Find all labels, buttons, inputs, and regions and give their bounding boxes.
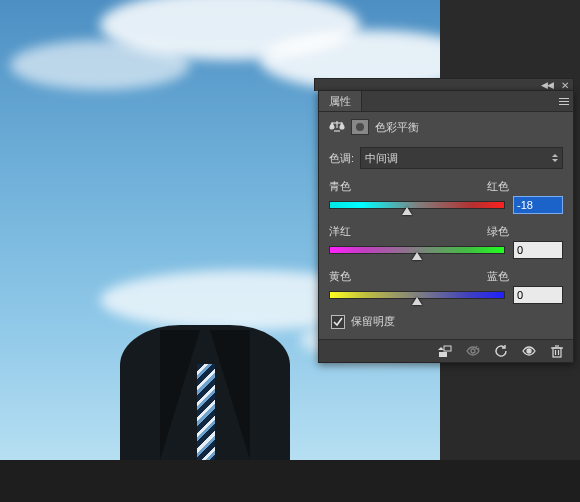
slider-right-label: 红色 [487,179,509,194]
tone-select-value: 中间调 [365,151,398,166]
preserve-luminosity-label: 保留明度 [351,314,395,329]
slider-left-label: 黄色 [329,269,351,284]
svg-rect-3 [439,352,447,357]
slider-right-label: 绿色 [487,224,509,239]
panel-header: 色彩平衡 [319,112,573,143]
mask-icon [351,119,369,135]
slider-value-input[interactable] [513,286,563,304]
suit-lapel [160,330,200,460]
view-previous-state-button[interactable] [461,342,485,360]
workspace-background [0,460,580,502]
color-slider-block: 青色红色 [329,179,563,214]
panel-body: 色调: 中间调 青色红色洋红绿色黄色蓝色 保留明度 [319,143,573,339]
properties-panel: 属性 色彩平衡 色调: 中间调 青色红色洋红绿色黄色蓝色 [318,90,574,363]
tone-select[interactable]: 中间调 [360,147,563,169]
clip-to-layer-button[interactable] [433,342,457,360]
updown-icon [552,154,558,162]
panel-flyout-menu[interactable] [555,91,573,111]
slider-right-label: 蓝色 [487,269,509,284]
tone-label: 色调: [329,151,354,166]
cloud-decoration [10,40,190,90]
slider-left-label: 洋红 [329,224,351,239]
color-slider[interactable] [329,246,505,254]
checkbox-icon [331,315,345,329]
color-slider[interactable] [329,291,505,299]
color-slider[interactable] [329,201,505,209]
suit-lapel [210,330,250,460]
hamburger-icon [559,101,569,102]
adjustment-title: 色彩平衡 [375,120,419,135]
slider-thumb-icon[interactable] [412,252,422,260]
panel-close-icon[interactable]: ✕ [561,80,569,91]
color-slider-block: 洋红绿色 [329,224,563,259]
balance-icon [329,119,345,135]
tone-row: 色调: 中间调 [329,147,563,169]
tab-properties[interactable]: 属性 [319,91,362,111]
panel-tabbar: 属性 [319,91,573,112]
slider-value-input[interactable] [513,241,563,259]
panel-footer [319,339,573,362]
svg-rect-8 [553,348,561,357]
panel-dock-handle-icon: ◀◀ [541,80,553,90]
svg-point-6 [471,349,475,353]
svg-marker-5 [438,347,444,350]
svg-rect-4 [444,346,451,351]
preserve-luminosity-checkbox[interactable]: 保留明度 [331,314,563,329]
slider-value-input[interactable] [513,196,563,214]
svg-point-7 [527,349,531,353]
reset-button[interactable] [489,342,513,360]
slider-left-label: 青色 [329,179,351,194]
delete-adjustment-button[interactable] [545,342,569,360]
slider-thumb-icon[interactable] [402,207,412,215]
color-slider-block: 黄色蓝色 [329,269,563,304]
toggle-visibility-button[interactable] [517,342,541,360]
slider-thumb-icon[interactable] [412,297,422,305]
